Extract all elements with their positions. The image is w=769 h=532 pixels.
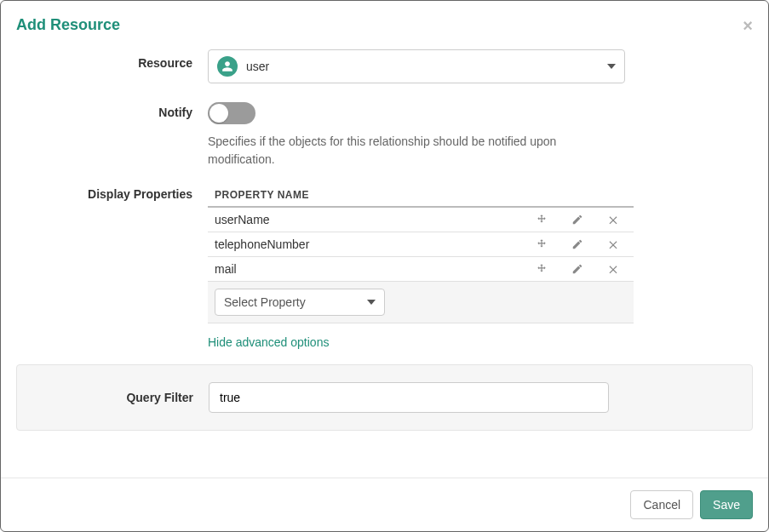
toggle-knob <box>209 104 228 123</box>
chevron-down-icon <box>607 64 616 69</box>
resource-label: Resource <box>16 49 208 70</box>
query-filter-label: Query Filter <box>32 391 209 404</box>
resource-row: Resource user <box>16 49 753 83</box>
display-properties-label: Display Properties <box>16 184 208 201</box>
notify-help-text: Specifies if the objects for this relati… <box>208 133 600 169</box>
row-actions <box>535 237 627 251</box>
resource-selected-label: user <box>246 60 269 73</box>
property-table-header: PROPERTY NAME <box>208 184 634 208</box>
edit-icon[interactable] <box>571 237 584 251</box>
notify-label: Notify <box>16 99 208 119</box>
edit-icon[interactable] <box>571 262 584 276</box>
notify-toggle[interactable] <box>208 102 255 124</box>
close-icon[interactable]: × <box>743 17 753 34</box>
resource-select[interactable]: user <box>208 49 625 83</box>
row-actions <box>535 262 627 276</box>
display-properties-row: Display Properties PROPERTY NAME userNam… <box>16 184 753 349</box>
select-property-dropdown[interactable]: Select Property <box>215 289 385 316</box>
notify-row: Notify Specifies if the objects for this… <box>16 99 753 169</box>
move-icon[interactable] <box>535 262 548 276</box>
select-property-placeholder: Select Property <box>224 295 306 309</box>
row-actions <box>535 213 627 226</box>
chevron-down-icon <box>367 300 376 305</box>
table-row: telephoneNumber <box>208 232 634 257</box>
modal-title: Add Resource <box>16 16 120 34</box>
save-button[interactable]: Save <box>700 490 753 519</box>
table-row: mail <box>208 257 634 282</box>
property-name: mail <box>215 262 535 276</box>
advanced-options-toggle[interactable]: Hide advanced options <box>208 335 329 349</box>
delete-icon[interactable] <box>606 213 620 226</box>
property-table: PROPERTY NAME userName telephoneNumber <box>208 184 634 323</box>
modal-footer: Cancel Save <box>1 478 768 531</box>
move-icon[interactable] <box>535 213 548 226</box>
notify-field: Specifies if the objects for this relati… <box>208 99 634 169</box>
add-resource-modal: Add Resource × Resource user Not <box>0 0 769 532</box>
property-name: telephoneNumber <box>215 237 535 251</box>
modal-header: Add Resource × <box>1 1 768 44</box>
property-table-footer: Select Property <box>208 282 634 323</box>
resource-field: user <box>208 49 634 83</box>
query-filter-panel: Query Filter <box>16 364 753 431</box>
display-properties-field: PROPERTY NAME userName telephoneNumber <box>208 184 753 349</box>
query-filter-input[interactable] <box>209 382 609 413</box>
query-filter-row: Query Filter <box>32 382 737 413</box>
cancel-button[interactable]: Cancel <box>630 490 693 519</box>
delete-icon[interactable] <box>606 237 620 251</box>
table-row: userName <box>208 208 634 232</box>
modal-body: Resource user Notify <box>1 44 768 478</box>
delete-icon[interactable] <box>606 262 620 276</box>
edit-icon[interactable] <box>571 213 584 226</box>
user-icon <box>217 56 238 77</box>
property-name: userName <box>215 213 535 226</box>
move-icon[interactable] <box>535 237 548 251</box>
resource-select-value: user <box>217 56 269 77</box>
